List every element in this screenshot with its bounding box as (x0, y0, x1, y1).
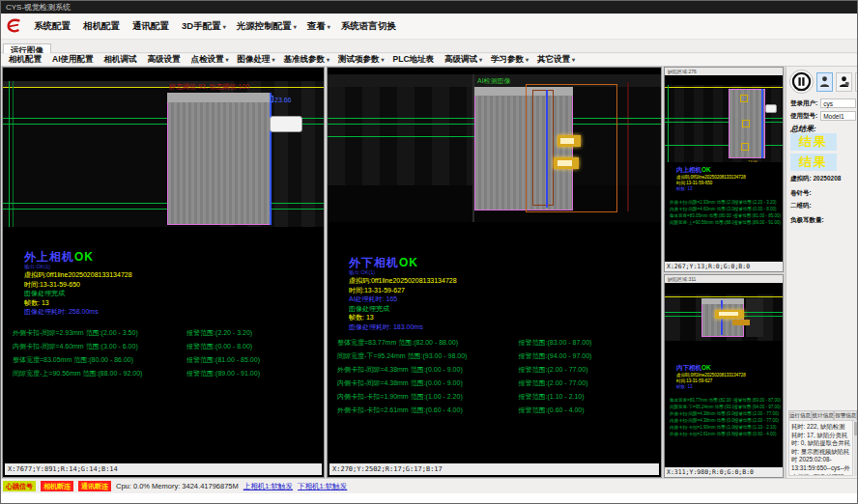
measurement-list: 外侧卡扣-间隙=2.93mm 范围:(2.00 - 3.50) 报警范围:(2.… (13, 326, 318, 380)
toolbar-item[interactable]: 相机调试 (104, 54, 139, 66)
title-bar: CYS-视觉检测系统 (1, 1, 857, 14)
measurement-list: 外侧卡扣-间隙=2.93mm 范围:(2.00 - 3.50) 报警范围:(2.… (670, 199, 781, 226)
camera-image-outer-bottom[interactable]: AI检测图像 (328, 74, 661, 222)
measurement-text: 外侧卡扣-卡扣=2.61mm 范围:(0.60 - 4.00) (670, 431, 734, 437)
pixel-readout-inner-top: X:267;Y:13;R:0;G:0;B:0 (665, 262, 783, 271)
measurement-text: 外侧卡扣-间隙=2.93mm 范围:(2.00 - 3.50) (13, 326, 186, 340)
chevron-down-icon: ▾ (327, 57, 329, 63)
tab-strip: 运行图像 (1, 40, 857, 53)
user-login-button[interactable] (816, 72, 833, 92)
user-badge-icon (839, 75, 849, 88)
measurement-alarm: 报警范围:(94.00 - 97.00) (519, 350, 592, 363)
toolbar-item[interactable]: 图像处理▾ (238, 54, 275, 66)
main-area: 静态阈值:93, 动态阈值:100 23.66 外上相机OK 输出:OK(1) … (1, 67, 858, 478)
measurement-text: 内侧卡扣-间隙=4.60mm 范围:(3.00 - 6.00) (670, 206, 734, 212)
login-user-value[interactable]: cys (820, 98, 856, 108)
ai-elapsed: AI处理耗时: 165 (349, 294, 457, 304)
camera-image-inner-bottom[interactable] (665, 294, 783, 341)
measurement-row: 外侧卡扣-间隙=2.93mm 范围:(2.00 - 3.50) 报警范围:(2.… (13, 326, 318, 340)
measurement-text: 内侧卡扣-间隙=4.38mm 范围:(0.00 - 9.00) (670, 417, 734, 424)
toolbar-item[interactable]: AI使用配置 (52, 54, 96, 66)
chevron-down-icon: ▾ (328, 24, 330, 30)
measurement-text: 外侧卡扣-间隙=4.38mm 范围:(0.00 - 9.00) (337, 363, 519, 377)
measure-overlay-label: 23.66 (274, 97, 292, 103)
virtual-code: 虚拟码:0ff1line20250208133134728 (349, 276, 457, 286)
camera-view-outer-top[interactable]: 静态阈值:93, 动态阈值:100 23.66 外上相机OK 输出:OK(1) … (2, 67, 325, 478)
menu-item[interactable]: 系统配置 (34, 20, 72, 33)
toolbar-item[interactable]: 高级调试▾ (444, 54, 482, 66)
roi-cell-region (167, 93, 272, 225)
camera-result-block: 内下相机OK 虚拟码:0ff1line20250208133134728 时间:… (676, 364, 746, 390)
menu-item[interactable]: 查看▾ (307, 20, 330, 33)
measurement-text: 整体宽度=83.05mm 范围:(80.00 - 86.00) (13, 353, 186, 367)
menu-item[interactable]: 3D手配置▾ (182, 20, 226, 33)
camera-result-block: 外下相机OK 输出:OK(1) 虚拟码:0ff1line202502081331… (349, 255, 457, 332)
measurement-text: 外侧卡扣-卡扣=2.61mm 范围:(0.60 - 4.00) (337, 404, 519, 417)
measurement-alarm: 报警范围:(89.00 - 91.00) (733, 219, 781, 226)
toolbar-item[interactable]: 学习参数▾ (491, 54, 529, 66)
measurement-alarm: 报警范围:(94.00 - 97.00) (733, 404, 781, 410)
toolbar-item[interactable]: 高级设置 (148, 54, 183, 66)
measurement-text: 整体宽度=83.05mm 范围:(80.00 - 86.00) (670, 212, 733, 219)
camera-image-inner-top[interactable]: 23.66 (665, 85, 783, 162)
camera-title: 外上相机 (24, 250, 74, 264)
measurement-text: 外侧卡扣-间隙=2.93mm 范围:(2.00 - 3.50) (670, 199, 734, 206)
control-panel: 登录用户: cys 使用型号: Model1 总结果: 结果 结果 虚拟码: 2… (786, 67, 858, 478)
measurement-row: 内侧卡扣-间隙=4.60mm 范围:(3.00 - 6.00) 报警范围:(0.… (670, 206, 781, 212)
measurement-row: 内侧卡扣-卡扣=1.90mm 范围:(1.00 - 2.20) 报警范围:(1.… (670, 424, 781, 431)
user-manage-button[interactable] (836, 72, 852, 92)
toolbar-item[interactable]: PLC地址表 (393, 54, 437, 66)
toolbar-item[interactable]: 测试项参数▾ (338, 54, 385, 66)
login-user-label: 登录用户: (790, 99, 817, 108)
toolbar-item[interactable]: 点检设置▾ (191, 54, 229, 66)
bottom-camera-trigger-link[interactable]: 下相机1:软触发 (298, 482, 347, 491)
camera-result-ok: OK (74, 250, 94, 264)
measurement-text: 整体宽度=83.77mm 范围:(82.00 - 88.00) (337, 336, 519, 350)
process-elapsed: 图像处理耗时: 183.00ms (349, 322, 457, 332)
comm-disconnect-badge: 通讯断连 (78, 481, 111, 491)
camera-view-inner-top[interactable]: 缺陷区域:276 23.66 内上相机OK 虚拟码:0ff1line202502… (664, 67, 784, 272)
threshold-overlay-label: 静态阈值:93, 动态阈值:100 (169, 82, 249, 92)
model-value[interactable]: Model1 (820, 111, 856, 121)
measurement-alarm: 报警范围:(81.00 - 85.00) (733, 212, 781, 219)
camera-title: 内下相机 (676, 364, 701, 371)
measurement-alarm: 报警范围:(2.00 - 77.00) (519, 377, 588, 390)
toolbar-item[interactable]: 相机配置 (9, 54, 43, 66)
camera-view-outer-bottom[interactable]: AI检测图像 外下相机OK 输出:OK(1) 虚拟码:0ff1line20250… (327, 67, 662, 478)
defect-highlight (732, 320, 750, 325)
measurement-row: 外侧卡扣-间隙=4.38mm 范围:(0.00 - 9.00) 报警范围:(2.… (670, 410, 781, 417)
toolbar-item[interactable]: 其它设置▾ (537, 54, 575, 66)
menu-item[interactable]: 相机配置 (83, 20, 122, 33)
connector-object (270, 116, 302, 132)
chevron-down-icon: ▾ (294, 24, 297, 30)
result-badge-1: 结果 (790, 133, 837, 151)
status-bar: 心跳信号 相机断连 通讯断连 Cpu: 0.0% Memory: 3424.41… (1, 478, 857, 493)
menu-item[interactable]: 通讯配置 (132, 20, 171, 33)
measurement-alarm: 报警范围:(0.60 - 4.00) (519, 404, 585, 417)
chevron-down-icon: ▾ (526, 57, 529, 63)
camera-image-outer-top[interactable]: 静态阈值:93, 动态阈值:100 23.66 (3, 81, 324, 227)
result-badge-2: 结果 (790, 154, 837, 171)
pause-button[interactable] (789, 70, 814, 94)
reel-number-label: 卷针号: (790, 189, 812, 198)
control-buttons (789, 70, 858, 94)
chevron-down-icon: ▾ (272, 57, 275, 63)
toolbar-item[interactable]: 基准线参数▾ (284, 54, 330, 66)
measurement-alarm: 报警范围:(81.00 - 85.00) (186, 353, 260, 367)
measurement-alarm: 报警范围:(1.10 - 2.10) (734, 424, 777, 431)
camera-title: 外下相机 (349, 256, 399, 269)
measurement-row: 整体宽度=83.05mm 范围:(80.00 - 86.00) 报警范围:(81… (670, 212, 781, 219)
top-camera-trigger-link[interactable]: 上相机1:软触发 (243, 482, 293, 491)
log-scrollbar[interactable] (854, 420, 858, 476)
measurement-row: 内侧卡扣-间隙=4.38mm 范围:(0.00 - 9.00) 报警范围:(2.… (670, 417, 781, 424)
measurement-text: 间隙宽度-上=90.56mm 范围:(88.00 - 92.00) (13, 367, 186, 380)
cpu-memory-readout: Cpu: 0.0% Memory: 3424.41796875M (116, 482, 239, 490)
camera-view-inner-bottom[interactable]: 缺陷区域:311 内下相机OK 虚拟码:0ff1line202502081331… (664, 274, 784, 478)
camera-result-ok: OK (399, 256, 418, 269)
menu-item[interactable]: 光源控制配置▾ (237, 20, 297, 33)
camera-disconnect-badge: 相机断连 (41, 481, 73, 491)
measurement-text: 内侧卡扣-间隙=4.60mm 范围:(3.00 - 6.00) (13, 340, 186, 353)
process-elapsed: 图像处理耗时: 258.00ms (24, 307, 132, 317)
menu-item[interactable]: 系统语言切换 (341, 20, 398, 33)
measurement-text: 外侧卡扣-间隙=4.38mm 范围:(0.00 - 9.00) (670, 410, 734, 417)
